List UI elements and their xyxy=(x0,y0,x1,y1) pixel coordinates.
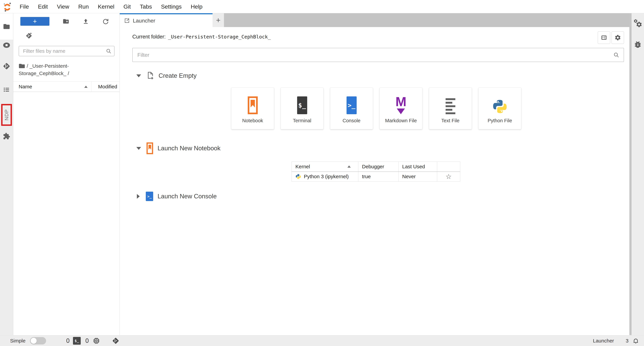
card-text-file[interactable]: Text File xyxy=(429,88,472,129)
right-sidebar xyxy=(632,13,644,335)
file-filter-box xyxy=(19,46,114,56)
menu-edit[interactable]: Edit xyxy=(34,0,52,13)
launcher-filter-box xyxy=(132,48,624,62)
launcher-tab-icon xyxy=(124,18,130,23)
new-launcher-button[interactable]: + xyxy=(20,17,50,26)
git-toolbar-row xyxy=(13,29,120,43)
column-name-label: Name xyxy=(19,84,32,90)
caret-down-icon xyxy=(136,147,141,150)
left-sidebar: NDP xyxy=(0,13,13,335)
sidebar-tab-debugger[interactable] xyxy=(634,40,642,49)
sidebar-tab-toc[interactable] xyxy=(0,82,13,97)
current-folder: Current folder:_User-Persistent-Storage_… xyxy=(132,31,271,40)
search-icon xyxy=(613,52,619,58)
new-folder-button[interactable] xyxy=(62,18,69,25)
launcher-filter-input[interactable] xyxy=(137,52,613,58)
card-label: Text File xyxy=(442,118,460,124)
git-clone-button[interactable] xyxy=(26,32,32,40)
card-python-file[interactable]: Python File xyxy=(478,88,521,129)
card-notebook[interactable]: Notebook xyxy=(231,88,274,129)
python-icon xyxy=(296,174,301,179)
column-debugger[interactable]: Debugger xyxy=(358,162,398,172)
upload-button[interactable] xyxy=(82,18,89,25)
file-browser-toolbar: + xyxy=(13,13,120,29)
python-icon xyxy=(492,99,508,114)
column-last-used[interactable]: Last Used xyxy=(398,162,437,172)
sidebar-tab-file-browser[interactable] xyxy=(0,13,13,40)
menu-kernel[interactable]: Kernel xyxy=(93,0,119,13)
sort-ascending-icon xyxy=(84,86,88,88)
layout-icon xyxy=(600,34,607,41)
double-gears-icon xyxy=(633,18,642,29)
section-title: Launch New Console xyxy=(158,193,217,200)
column-name[interactable]: Name xyxy=(13,82,92,92)
menu-bar: File Edit View Run Kernel Git Tabs Setti… xyxy=(0,0,644,13)
markdown-icon: M xyxy=(396,96,406,114)
menu-run[interactable]: Run xyxy=(74,0,93,13)
file-browser-panel: + xyxy=(13,13,120,335)
terminal-status-icon[interactable]: $_ xyxy=(73,337,81,345)
kernels-count: 0 xyxy=(86,337,89,344)
menu-file[interactable]: File xyxy=(15,0,34,13)
section-launch-notebook[interactable]: Launch New Notebook xyxy=(132,143,624,154)
card-label: Markdown File xyxy=(385,118,417,124)
sidebar-tab-extensions[interactable] xyxy=(0,129,13,144)
simple-mode-label: Simple xyxy=(10,338,26,344)
toggle-knob xyxy=(30,338,37,344)
section-create-empty[interactable]: Create Empty xyxy=(132,71,624,80)
tab-launcher-label: Launcher xyxy=(133,18,155,24)
folder-icon xyxy=(3,23,10,30)
sidebar-tab-property-inspector[interactable] xyxy=(633,18,642,29)
column-kernel-label: Kernel xyxy=(296,164,310,170)
launcher-settings-button[interactable] xyxy=(612,31,624,44)
menu-settings[interactable]: Settings xyxy=(156,0,186,13)
console-icon: >_ xyxy=(146,192,153,201)
file-filter-input[interactable] xyxy=(23,48,106,54)
caret-right-icon xyxy=(137,194,140,199)
column-favorite[interactable] xyxy=(437,162,460,172)
simple-mode-toggle[interactable] xyxy=(30,337,46,345)
notifications-count: 3 xyxy=(626,338,628,344)
kernel-row[interactable]: Python 3 (ipykernel) true Never ☆ xyxy=(292,172,460,181)
bell-icon[interactable] xyxy=(632,337,639,344)
tab-launcher[interactable]: Launcher xyxy=(120,13,212,27)
card-label: Notebook xyxy=(242,118,263,124)
menu-tabs[interactable]: Tabs xyxy=(135,0,156,13)
kernel-table: Kernel Debugger Last Used xyxy=(292,162,460,181)
file-plus-icon xyxy=(146,71,154,80)
column-modified[interactable]: Modified xyxy=(92,84,120,90)
sidebar-tab-git[interactable] xyxy=(0,58,13,74)
git-status-icon[interactable] xyxy=(112,337,120,345)
menu-git[interactable]: Git xyxy=(119,0,135,13)
sidebar-tab-running[interactable] xyxy=(0,37,13,53)
kernel-name: Python 3 (ipykernel) xyxy=(304,174,349,179)
puzzle-icon xyxy=(3,133,10,140)
tab-bar: Launcher + xyxy=(120,13,629,27)
card-console[interactable]: >_ Console xyxy=(330,88,373,129)
bug-icon xyxy=(634,40,642,49)
running-sessions-icon xyxy=(3,41,10,49)
breadcrumb[interactable]: / _User-Persistent-Storage_CephBlock_ / xyxy=(19,62,114,77)
add-tab-button[interactable]: + xyxy=(212,13,224,27)
ndp-highlight-box: NDP xyxy=(1,104,12,126)
column-kernel[interactable]: Kernel xyxy=(292,162,358,172)
current-folder-row: Current folder:_User-Persistent-Storage_… xyxy=(132,31,624,44)
kernel-last-used: Never xyxy=(398,172,437,181)
card-terminal[interactable]: $_ Terminal xyxy=(281,88,324,129)
git-clone-icon xyxy=(26,32,32,39)
section-launch-console[interactable]: >_ Launch New Console xyxy=(132,192,624,201)
section-title: Create Empty xyxy=(158,72,196,79)
context-label: Launcher xyxy=(593,338,614,344)
kernel-chip-icon[interactable] xyxy=(92,337,100,345)
refresh-button[interactable] xyxy=(102,18,109,25)
layout-view-button[interactable] xyxy=(598,31,610,44)
menu-view[interactable]: View xyxy=(52,0,74,13)
refresh-icon xyxy=(102,18,109,25)
menu-help[interactable]: Help xyxy=(186,0,207,13)
upload-icon xyxy=(82,18,89,25)
card-markdown-file[interactable]: M Markdown File xyxy=(380,88,422,129)
launcher-toolbar-buttons xyxy=(598,31,624,44)
favorite-star-icon[interactable]: ☆ xyxy=(441,173,456,180)
current-folder-label: Current folder: xyxy=(132,34,166,40)
sidebar-tab-ndp[interactable]: NDP xyxy=(4,109,10,120)
